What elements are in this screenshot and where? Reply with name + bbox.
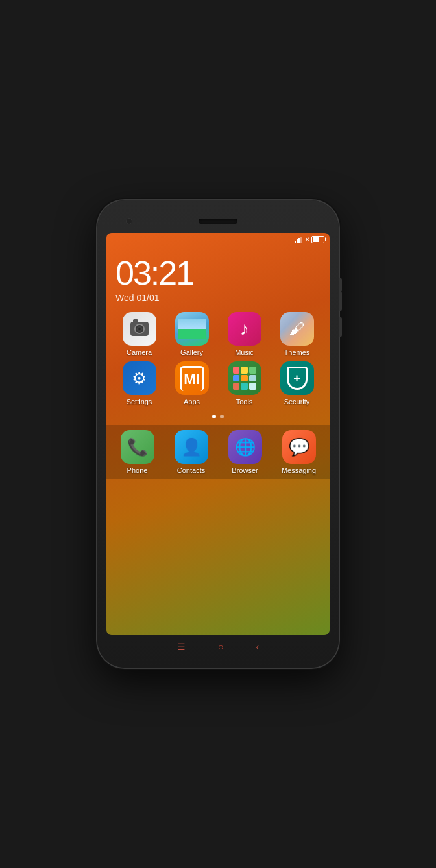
- clock-minutes: 21: [158, 254, 193, 292]
- camera-bump: [133, 319, 138, 322]
- power-button[interactable]: [339, 278, 342, 291]
- app-camera[interactable]: Camera: [117, 312, 162, 356]
- settings-label: Settings: [127, 398, 152, 405]
- contacts-label: Contacts: [177, 466, 205, 474]
- shield-plus-icon: +: [293, 372, 300, 384]
- page-dot-2: [220, 415, 224, 418]
- page-indicator: [106, 411, 330, 422]
- front-camera: [126, 218, 132, 224]
- themes-icon: 🖌: [280, 312, 314, 346]
- messaging-icon: 💬: [282, 430, 316, 464]
- camera-icon: [123, 312, 156, 346]
- battery-fill: [313, 237, 319, 242]
- themes-label: Themes: [284, 348, 310, 356]
- back-button[interactable]: ‹: [256, 642, 259, 652]
- app-row-1: Camera Gallery ♪: [113, 312, 323, 356]
- app-music[interactable]: ♪ Music: [222, 312, 267, 356]
- phone-device: ✕ 03:21 Wed 01/01: [97, 200, 339, 668]
- app-grid: Camera Gallery ♪: [106, 306, 330, 405]
- tools-grid: [233, 367, 256, 390]
- battery-icon: [311, 236, 324, 243]
- phone-icon: 📞: [121, 430, 154, 464]
- speaker: [199, 219, 237, 224]
- app-dock: 📞 Phone 👤 Contacts 🌐 Browser: [106, 425, 330, 479]
- camera-label: Camera: [127, 348, 152, 356]
- settings-icon: ⚙: [123, 361, 156, 395]
- phone-bottom: ☰ ○ ‹: [106, 638, 330, 656]
- music-note-icon: ♪: [240, 319, 249, 339]
- gallery-icon: [175, 312, 209, 346]
- app-messaging[interactable]: 💬 Messaging: [276, 430, 322, 474]
- music-label: Music: [235, 348, 254, 356]
- phone-handset-icon: 📞: [127, 437, 148, 457]
- clock-time: 03:21: [115, 256, 321, 290]
- menu-button[interactable]: ☰: [177, 642, 186, 652]
- contacts-icon: 👤: [175, 430, 208, 464]
- clock-hours: 03: [115, 254, 151, 292]
- miapps-label: Apps: [184, 398, 200, 405]
- tools-label: Tools: [236, 398, 253, 405]
- music-icon: ♪: [228, 312, 261, 346]
- signal-icon: [295, 236, 302, 243]
- no-signal-icon: ✕: [305, 237, 309, 243]
- gallery-label: Gallery: [180, 348, 203, 356]
- nav-buttons: ☰ ○ ‹: [177, 642, 259, 652]
- dock-row: 📞 Phone 👤 Contacts 🌐 Browser: [110, 430, 326, 474]
- app-tools[interactable]: Tools: [222, 361, 267, 405]
- app-contacts[interactable]: 👤 Contacts: [169, 430, 214, 474]
- status-bar: ✕: [106, 233, 330, 246]
- time-display: 03:21 Wed 01/01: [106, 246, 330, 306]
- person-icon: 👤: [181, 437, 202, 457]
- app-row-2: ⚙ Settings MI Apps: [113, 361, 323, 405]
- app-phone[interactable]: 📞 Phone: [115, 430, 160, 474]
- shield-icon: +: [287, 367, 308, 390]
- page-dot-1: [212, 415, 216, 418]
- app-themes[interactable]: 🖌 Themes: [274, 312, 320, 356]
- phone-top: [106, 212, 330, 230]
- screen: ✕ 03:21 Wed 01/01: [106, 233, 330, 635]
- app-security[interactable]: + Security: [274, 361, 320, 405]
- security-label: Security: [284, 398, 310, 405]
- globe-icon: 🌐: [235, 437, 256, 457]
- volume-up-button[interactable]: [339, 291, 342, 311]
- app-browser[interactable]: 🌐 Browser: [223, 430, 268, 474]
- home-button[interactable]: ○: [218, 642, 223, 652]
- messaging-label: Messaging: [282, 466, 316, 474]
- brush-icon: 🖌: [289, 320, 305, 338]
- gear-icon: ⚙: [132, 368, 147, 389]
- phone-label: Phone: [127, 466, 148, 474]
- browser-label: Browser: [232, 466, 258, 474]
- miapps-icon: MI: [175, 361, 209, 395]
- status-icons: ✕: [295, 236, 324, 243]
- app-gallery[interactable]: Gallery: [169, 312, 215, 356]
- browser-icon: 🌐: [228, 430, 262, 464]
- clock-date: Wed 01/01: [115, 293, 321, 303]
- mi-badge: MI: [180, 366, 204, 391]
- app-settings[interactable]: ⚙ Settings: [117, 361, 162, 405]
- security-icon: +: [280, 361, 314, 395]
- gallery-art: [178, 319, 206, 339]
- tools-icon: [228, 361, 261, 395]
- speech-bubble-icon: 💬: [289, 437, 309, 457]
- camera-lens: [134, 324, 145, 334]
- app-miapps[interactable]: MI Apps: [169, 361, 215, 405]
- mi-text: MI: [184, 371, 199, 388]
- volume-down-button[interactable]: [339, 317, 342, 337]
- camera-body: [130, 322, 149, 336]
